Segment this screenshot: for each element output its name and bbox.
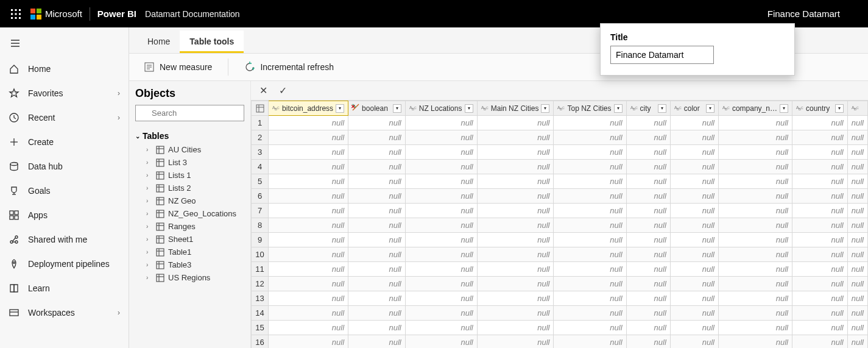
- grid-cell[interactable]: null: [477, 204, 554, 218]
- grid-cell[interactable]: null: [847, 174, 867, 189]
- grid-cell[interactable]: null: [554, 189, 626, 204]
- row-number[interactable]: 16: [252, 335, 269, 349]
- grid-cell[interactable]: null: [554, 130, 626, 145]
- grid-cell[interactable]: null: [348, 130, 406, 145]
- grid-cell[interactable]: null: [405, 204, 477, 218]
- grid-cell[interactable]: null: [718, 247, 792, 262]
- title-input[interactable]: [610, 46, 714, 64]
- table-item-ranges[interactable]: ›Ranges: [135, 220, 244, 233]
- grid-cell[interactable]: null: [269, 204, 348, 218]
- grid-cell[interactable]: null: [405, 218, 477, 233]
- grid-cell[interactable]: null: [847, 306, 867, 321]
- grid-cell[interactable]: null: [405, 116, 477, 130]
- grid-cell[interactable]: null: [348, 306, 406, 321]
- grid-cell[interactable]: null: [554, 218, 626, 233]
- grid-cell[interactable]: null: [269, 145, 348, 160]
- nav-item-shared-with-me[interactable]: Shared with me: [0, 227, 129, 252]
- grid-cell[interactable]: null: [847, 291, 867, 306]
- grid-cell[interactable]: null: [626, 204, 670, 218]
- row-number[interactable]: 1: [252, 116, 269, 130]
- grid-cell[interactable]: null: [348, 247, 406, 262]
- grid-cell[interactable]: null: [670, 189, 718, 204]
- column-header-main-nz-cities[interactable]: ABCMain NZ Cities▾: [477, 101, 554, 116]
- grid-cell[interactable]: null: [405, 174, 477, 189]
- grid-cell[interactable]: null: [670, 321, 718, 335]
- grid-cell[interactable]: null: [269, 306, 348, 321]
- column-filter-icon[interactable]: ▾: [706, 104, 715, 113]
- grid-cell[interactable]: null: [847, 335, 867, 349]
- table-item-table1[interactable]: ›Table1: [135, 246, 244, 258]
- grid-cell[interactable]: null: [554, 277, 626, 291]
- column-filter-icon[interactable]: ▾: [465, 104, 473, 113]
- grid-cell[interactable]: null: [477, 174, 554, 189]
- nav-item-goals[interactable]: Goals: [0, 179, 129, 203]
- new-measure-button[interactable]: New measure: [138, 58, 218, 76]
- grid-cell[interactable]: null: [405, 277, 477, 291]
- nav-item-data-hub[interactable]: Data hub: [0, 154, 129, 179]
- grid-cell[interactable]: null: [269, 247, 348, 262]
- grid-cell[interactable]: null: [792, 204, 847, 218]
- grid-cell[interactable]: null: [670, 262, 718, 277]
- table-item-table3[interactable]: ›Table3: [135, 258, 244, 271]
- grid-cell[interactable]: null: [477, 233, 554, 247]
- grid-cell[interactable]: null: [477, 189, 554, 204]
- grid-cell[interactable]: null: [670, 277, 718, 291]
- grid-cell[interactable]: null: [348, 218, 406, 233]
- grid-cell[interactable]: null: [348, 189, 406, 204]
- row-number[interactable]: 14: [252, 306, 269, 321]
- grid-cell[interactable]: null: [718, 160, 792, 174]
- grid-cell[interactable]: null: [718, 291, 792, 306]
- grid-cell[interactable]: null: [348, 291, 406, 306]
- grid-cell[interactable]: null: [554, 204, 626, 218]
- grid-cell[interactable]: null: [792, 262, 847, 277]
- grid-cell[interactable]: null: [847, 130, 867, 145]
- grid-cell[interactable]: null: [792, 277, 847, 291]
- grid-cell[interactable]: null: [847, 321, 867, 335]
- grid-cell[interactable]: null: [405, 306, 477, 321]
- grid-cell[interactable]: null: [405, 189, 477, 204]
- grid-cell[interactable]: null: [477, 116, 554, 130]
- row-number[interactable]: 3: [252, 145, 269, 160]
- grid-cell[interactable]: null: [626, 233, 670, 247]
- table-item-lists-1[interactable]: ›Lists 1: [135, 169, 244, 182]
- grid-cell[interactable]: null: [477, 306, 554, 321]
- grid-cell[interactable]: null: [554, 291, 626, 306]
- grid-corner[interactable]: [252, 101, 269, 116]
- grid-cell[interactable]: null: [847, 277, 867, 291]
- grid-cell[interactable]: null: [792, 291, 847, 306]
- grid-cell[interactable]: null: [348, 321, 406, 335]
- grid-cell[interactable]: null: [718, 262, 792, 277]
- table-item-sheet1[interactable]: ›Sheet1: [135, 233, 244, 246]
- grid-cell[interactable]: null: [718, 306, 792, 321]
- table-item-us-regions[interactable]: ›US Regions: [135, 271, 244, 284]
- nav-item-create[interactable]: Create: [0, 130, 129, 154]
- grid-cell[interactable]: null: [670, 204, 718, 218]
- row-number[interactable]: 2: [252, 130, 269, 145]
- grid-cell[interactable]: null: [554, 321, 626, 335]
- row-number[interactable]: 6: [252, 189, 269, 204]
- row-number[interactable]: 10: [252, 247, 269, 262]
- grid-cell[interactable]: null: [269, 116, 348, 130]
- column-header-color[interactable]: ABCcolor▾: [670, 101, 718, 116]
- grid-cell[interactable]: null: [626, 321, 670, 335]
- grid-cell[interactable]: null: [405, 262, 477, 277]
- grid-cell[interactable]: null: [554, 160, 626, 174]
- grid-cell[interactable]: null: [792, 335, 847, 349]
- row-number[interactable]: 13: [252, 291, 269, 306]
- table-item-list-3[interactable]: ›List 3: [135, 156, 244, 169]
- nav-item-learn[interactable]: Learn: [0, 276, 129, 300]
- grid-cell[interactable]: null: [405, 247, 477, 262]
- row-number[interactable]: 12: [252, 277, 269, 291]
- formula-confirm-icon[interactable]: ✓: [274, 83, 291, 99]
- grid-cell[interactable]: null: [718, 145, 792, 160]
- grid-cell[interactable]: null: [792, 145, 847, 160]
- grid-cell[interactable]: null: [477, 335, 554, 349]
- grid-cell[interactable]: null: [626, 218, 670, 233]
- grid-cell[interactable]: null: [269, 277, 348, 291]
- grid-cell[interactable]: null: [670, 130, 718, 145]
- row-number[interactable]: 7: [252, 204, 269, 218]
- column-header-bitcoin_address[interactable]: ABCbitcoin_address▾: [269, 101, 348, 116]
- grid-cell[interactable]: null: [477, 218, 554, 233]
- column-header-nz-locations[interactable]: ABCNZ Locations▾: [405, 101, 477, 116]
- grid-cell[interactable]: null: [405, 321, 477, 335]
